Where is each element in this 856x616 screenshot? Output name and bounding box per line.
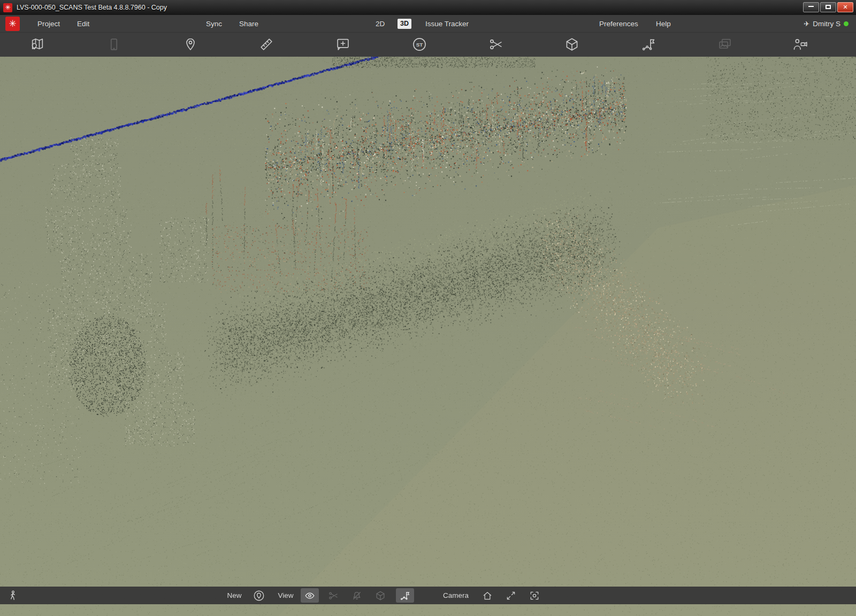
app-logo-icon: ✳	[3, 3, 12, 12]
bell-muted-icon	[351, 590, 362, 601]
online-status-dot	[844, 21, 849, 26]
main-toolbar: ST	[0, 33, 856, 57]
cube-icon	[375, 590, 386, 601]
eye-icon	[304, 590, 315, 601]
add-comment-icon	[335, 37, 350, 52]
walking-person-icon	[7, 590, 19, 602]
menu-issue-tracker[interactable]: Issue Tracker	[425, 15, 469, 33]
minimize-button[interactable]	[803, 2, 819, 12]
pin-circle-icon	[253, 590, 265, 602]
focus-capture-icon	[529, 590, 540, 601]
window-title: LVS-000-050_SCANS Test Beta 4.8.8.7960 -…	[17, 4, 167, 11]
capture-view-button[interactable]	[526, 587, 542, 604]
view-menu[interactable]: View	[274, 587, 297, 604]
maximize-icon	[826, 5, 831, 9]
user-name: Dmitry S	[813, 20, 840, 28]
cube-bottom-button	[372, 587, 388, 604]
new-point-button[interactable]	[251, 587, 266, 604]
menu-share[interactable]: Share	[239, 15, 258, 33]
walkthrough-camera-button[interactable]	[790, 35, 809, 54]
menu-bar: ✳ Project Edit Sync Share 2D 3D Issue Tr…	[0, 15, 856, 33]
path-flag-icon	[641, 37, 656, 52]
device-icon	[106, 37, 121, 52]
path-tool-button[interactable]	[639, 35, 658, 54]
map-view-button[interactable]	[28, 35, 47, 54]
fit-view-button[interactable]	[503, 587, 519, 604]
clip-button[interactable]	[486, 35, 506, 54]
mode-3d-button[interactable]: 3D	[398, 19, 411, 29]
menu-preferences[interactable]: Preferences	[599, 15, 638, 33]
scissors-icon	[488, 37, 503, 52]
new-menu[interactable]: New	[223, 587, 246, 604]
maximize-button[interactable]	[820, 2, 836, 12]
images-button	[715, 35, 735, 54]
menu-project[interactable]: Project	[37, 15, 60, 33]
person-camera-icon	[792, 37, 807, 52]
home-view-button[interactable]	[479, 587, 495, 604]
user-account[interactable]: ✈ Dmitry S	[804, 15, 849, 33]
view-eye-button[interactable]	[301, 588, 319, 603]
menu-help[interactable]: Help	[656, 15, 671, 33]
map-location-icon	[30, 37, 45, 52]
notifications-off-button	[349, 587, 365, 604]
add-comment-button[interactable]	[333, 35, 353, 54]
images-icon	[717, 37, 732, 52]
path-mode-button[interactable]	[396, 588, 414, 603]
menu-sync[interactable]: Sync	[206, 15, 222, 33]
plane-icon: ✈	[804, 20, 809, 28]
cube-icon	[564, 37, 579, 52]
camera-menu[interactable]: Camera	[440, 587, 472, 604]
add-location-button[interactable]	[181, 35, 200, 54]
measure-button[interactable]	[257, 35, 276, 54]
path-flag-icon	[400, 590, 410, 601]
viewport-canvas[interactable]	[0, 57, 856, 616]
close-button[interactable]: ✕	[837, 2, 853, 12]
bottom-toolbar: New View Camera	[0, 587, 856, 604]
title-bar: ✳ LVS-000-050_SCANS Test Beta 4.8.8.7960…	[0, 0, 856, 15]
menu-edit[interactable]: Edit	[77, 15, 89, 33]
clip-bottom-button	[325, 587, 341, 604]
scissors-icon	[328, 590, 339, 601]
location-pin-icon	[183, 37, 198, 52]
app-menu-logo-icon[interactable]: ✳	[5, 17, 20, 31]
svg-text:ST: ST	[416, 42, 423, 48]
mode-2d-button[interactable]: 2D	[376, 15, 385, 33]
minimize-icon	[808, 6, 814, 7]
home-icon	[482, 590, 493, 601]
expand-arrows-icon	[506, 590, 516, 601]
cube-view-button[interactable]	[562, 35, 582, 54]
walk-mode-button[interactable]	[5, 587, 20, 604]
station-button[interactable]: ST	[410, 35, 429, 54]
ruler-icon	[259, 37, 274, 52]
device-panel-button	[104, 35, 124, 54]
station-icon: ST	[412, 37, 427, 52]
